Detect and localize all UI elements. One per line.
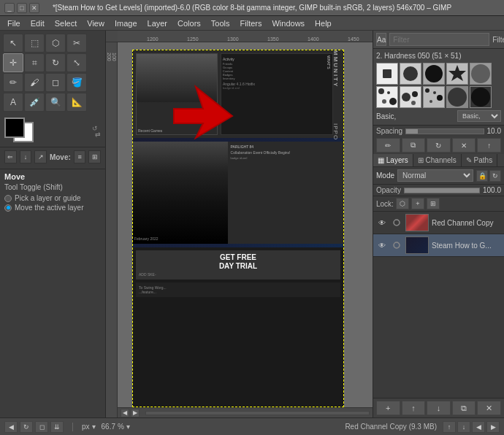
brush-filter-input[interactable] bbox=[389, 33, 489, 46]
scroll-right-btn[interactable]: ▶ bbox=[131, 409, 140, 417]
lock-pixels-btn[interactable]: ⬡ bbox=[396, 198, 409, 209]
menu-layer[interactable]: Layer bbox=[143, 18, 172, 29]
menu-select[interactable]: Select bbox=[50, 18, 82, 29]
text-mode-btn[interactable]: Aa bbox=[376, 33, 386, 46]
lock-label: Lock: bbox=[376, 200, 394, 208]
scroll-left-btn[interactable]: ◀ bbox=[121, 409, 129, 417]
nav-btn-right[interactable]: ▶ bbox=[486, 421, 500, 433]
layer-row-2[interactable]: 👁 Steam How to G... bbox=[373, 234, 504, 257]
tool-text[interactable]: A bbox=[3, 93, 23, 112]
tool-crop[interactable]: ⌗ bbox=[24, 53, 45, 72]
canvas-area[interactable]: 1200 1250 1300 1350 1400 1450 100 200 30… bbox=[106, 31, 373, 417]
status-nav-btn-2[interactable]: ↻ bbox=[20, 421, 33, 433]
nav-btn-down[interactable]: ↓ bbox=[457, 421, 470, 433]
tool-arrow[interactable]: ↖ bbox=[3, 34, 23, 53]
tool-option-btn-4[interactable]: ≡ bbox=[74, 150, 86, 163]
maximize-button[interactable]: □ bbox=[17, 3, 27, 13]
brush-cell-9[interactable] bbox=[446, 86, 468, 108]
lock-position-btn[interactable]: + bbox=[411, 198, 424, 209]
brush-up-btn[interactable]: ↑ bbox=[477, 138, 501, 153]
tool-fill[interactable]: 🪣 bbox=[66, 73, 87, 92]
duplicate-layer-btn[interactable]: ⧉ bbox=[452, 401, 476, 415]
brush-cell-8[interactable] bbox=[423, 86, 445, 108]
layer-row-1[interactable]: 👁 Red Channel Copy bbox=[373, 212, 504, 234]
tool-pencil[interactable]: ✏ bbox=[3, 73, 23, 92]
nav-btn-left[interactable]: ◀ bbox=[472, 421, 485, 433]
brush-cell-3[interactable] bbox=[423, 63, 445, 85]
foreground-color[interactable] bbox=[4, 118, 25, 138]
tool-lasso[interactable]: ⬡ bbox=[45, 34, 66, 53]
status-nav-btn-4[interactable]: ⇊ bbox=[50, 421, 64, 433]
tool-info: Move Tool Toggle (Shift) Pick a layer or… bbox=[0, 169, 105, 216]
tool-fuzzy[interactable]: ✂ bbox=[66, 34, 87, 53]
brush-refresh-btn[interactable]: ↻ bbox=[427, 138, 451, 153]
layer-eye-2[interactable]: 👁 bbox=[376, 239, 388, 251]
tool-zoom[interactable]: 🔍 bbox=[45, 93, 66, 112]
brush-delete-btn[interactable]: ✕ bbox=[452, 138, 476, 153]
layers-tab-icon: ▦ bbox=[378, 156, 384, 164]
minimize-button[interactable]: _ bbox=[4, 3, 15, 13]
delete-layer-btn[interactable]: ✕ bbox=[477, 401, 501, 415]
menu-windows[interactable]: Windows bbox=[267, 18, 309, 29]
tool-option-btn-3[interactable]: ↗ bbox=[34, 150, 47, 163]
lock-alpha-btn[interactable]: 🔒 bbox=[476, 170, 488, 182]
brush-edit-btn[interactable]: ✏ bbox=[376, 138, 400, 153]
radio-option-2[interactable]: Move the active layer bbox=[4, 204, 101, 212]
status-nav-btn-3[interactable]: ◻ bbox=[35, 421, 48, 433]
brush-cell-4[interactable] bbox=[446, 63, 468, 85]
tool-scale[interactable]: ⤡ bbox=[66, 53, 87, 72]
brush-dropdown[interactable]: Basic, bbox=[457, 110, 501, 122]
raise-layer-btn[interactable]: ↑ bbox=[402, 401, 426, 415]
menu-view[interactable]: View bbox=[83, 18, 109, 29]
opacity-slider[interactable] bbox=[404, 188, 480, 193]
nav-btn-up[interactable]: ↑ bbox=[443, 421, 456, 433]
status-nav-btn-1[interactable]: ◀ bbox=[4, 421, 18, 433]
tool-rect-select[interactable]: ⬚ bbox=[24, 34, 45, 53]
tool-eyedrop[interactable]: 💉 bbox=[24, 93, 45, 112]
canvas-inner[interactable]: Recent Games WHAT'S Activity Friends Gro… bbox=[118, 42, 373, 417]
tool-measure[interactable]: 📐 bbox=[66, 93, 87, 112]
brush-copy-btn[interactable]: ⧉ bbox=[402, 138, 426, 153]
tool-brush[interactable]: 🖌 bbox=[24, 73, 45, 92]
tab-layers[interactable]: ▦ Layers bbox=[373, 154, 413, 166]
menu-tools[interactable]: Tools bbox=[207, 18, 234, 29]
layer-mode-select[interactable]: Normal bbox=[397, 169, 473, 182]
tool-move[interactable]: ✛ bbox=[3, 53, 23, 72]
menu-image[interactable]: Image bbox=[110, 18, 142, 29]
menu-help[interactable]: Help bbox=[310, 18, 336, 29]
menu-file[interactable]: File bbox=[3, 18, 25, 29]
lower-layer-btn[interactable]: ↓ bbox=[427, 401, 451, 415]
tab-channels[interactable]: ⊞ Channels bbox=[413, 154, 462, 166]
tool-options: ⇐ ↓ ↗ Move: ≡ ⊞ bbox=[0, 147, 105, 169]
color-selector[interactable]: ↺ ⇄ bbox=[0, 115, 105, 147]
tool-option-btn-2[interactable]: ↓ bbox=[20, 150, 32, 163]
brush-cell-6[interactable] bbox=[376, 86, 398, 108]
new-layer-btn[interactable]: + bbox=[376, 401, 400, 415]
svg-marker-4 bbox=[448, 65, 466, 81]
merge-btn[interactable]: ↻ bbox=[489, 170, 501, 182]
tab-paths[interactable]: ✎ Paths bbox=[462, 154, 497, 166]
spacing-slider[interactable] bbox=[405, 128, 484, 134]
menu-colors[interactable]: Colors bbox=[173, 18, 205, 29]
tool-eraser[interactable]: ◻ bbox=[45, 73, 66, 92]
brush-cell-10[interactable] bbox=[470, 86, 492, 108]
close-button[interactable]: ✕ bbox=[29, 3, 39, 13]
mode-label: Mode bbox=[376, 172, 394, 180]
tool-option-btn-1[interactable]: ⇐ bbox=[4, 150, 17, 163]
zoom-display: 66.7 % ▾ bbox=[102, 423, 130, 431]
brush-cell-5[interactable] bbox=[470, 63, 492, 85]
layer-eye-1[interactable]: 👁 bbox=[376, 217, 388, 228]
brush-cell-1[interactable] bbox=[376, 63, 398, 85]
menu-edit[interactable]: Edit bbox=[26, 18, 49, 29]
canvas-image[interactable]: Recent Games WHAT'S Activity Friends Gro… bbox=[132, 50, 344, 407]
tool-option-btn-5[interactable]: ⊞ bbox=[88, 150, 101, 163]
radio-option-1[interactable]: Pick a layer or guide bbox=[4, 194, 101, 202]
lock-all-btn[interactable]: ⊞ bbox=[427, 198, 440, 209]
svg-point-9 bbox=[382, 99, 386, 104]
brush-cell-7[interactable] bbox=[400, 86, 421, 108]
menu-filters[interactable]: Filters bbox=[236, 18, 267, 29]
layer-chain-2 bbox=[391, 239, 402, 251]
canvas-top-section: Recent Games WHAT'S Activity Friends Gro… bbox=[133, 50, 343, 138]
brush-cell-2[interactable] bbox=[400, 63, 421, 85]
tool-rotate[interactable]: ↻ bbox=[45, 53, 66, 72]
